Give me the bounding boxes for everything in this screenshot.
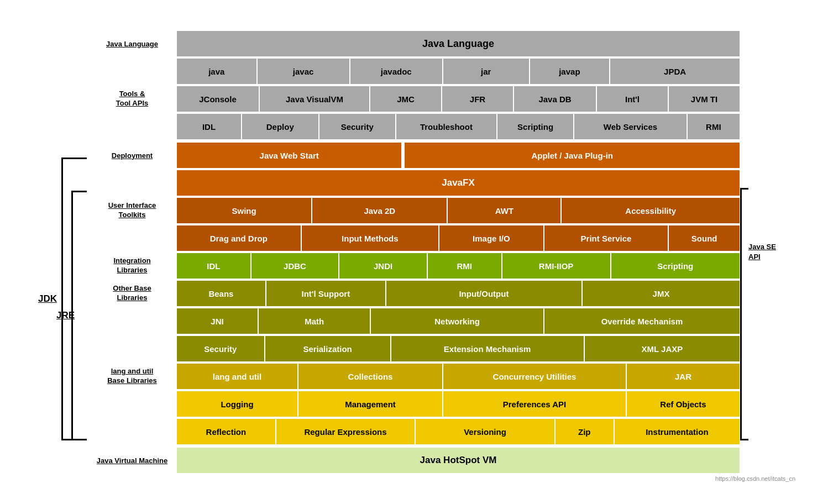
jvm-row: Java Virtual Machine Java HotSpot VM bbox=[88, 447, 740, 474]
lang-row3-content: Reflection Regular Expressions Versionin… bbox=[176, 418, 740, 445]
cell-jni: JNI bbox=[176, 308, 258, 334]
other-label: Other BaseLibraries bbox=[88, 280, 176, 307]
lang-row3: Reflection Regular Expressions Versionin… bbox=[88, 418, 740, 445]
cell-langutil: lang and util bbox=[176, 363, 298, 390]
tools-row2: Tools &Tool APIs JConsole Java VisualVM … bbox=[88, 86, 740, 112]
cell-logging: Logging bbox=[176, 391, 298, 417]
cell-preferences: Preferences API bbox=[443, 391, 626, 417]
cell-webservices: Web Services bbox=[574, 113, 686, 140]
cell-beans: Beans bbox=[176, 280, 266, 307]
tools-row3-label bbox=[88, 113, 176, 140]
java-se-api-bracket-bottom bbox=[742, 439, 748, 440]
cell-jmx: JMX bbox=[582, 280, 740, 307]
deployment-label-text: Deployment bbox=[112, 151, 153, 160]
cell-instrumentation: Instrumentation bbox=[614, 418, 740, 445]
cell-security-tools: Security bbox=[319, 113, 396, 140]
java-se-api-label: Java SEAPI bbox=[748, 242, 776, 262]
tools-tool-apis-text: Tools &Tool APIs bbox=[116, 90, 149, 108]
javafx-row: JavaFX bbox=[88, 170, 740, 196]
ui-row2-label-empty bbox=[88, 225, 176, 251]
other-label-text: Other BaseLibraries bbox=[113, 284, 151, 303]
cell-management: Management bbox=[298, 391, 443, 417]
other-row2-label-empty bbox=[88, 308, 176, 334]
jre-label: JRE bbox=[56, 310, 75, 321]
java-language-row: Java Language Java Language bbox=[88, 30, 740, 57]
jvm-content: Java HotSpot VM bbox=[176, 447, 740, 474]
cell-concurrency: Concurrency Utilities bbox=[443, 363, 626, 390]
integration-label: IntegrationLibraries bbox=[88, 253, 176, 279]
ui-row1: User InterfaceToolkits Swing Java 2D AWT… bbox=[88, 197, 740, 224]
watermark: https://blog.csdn.net/itcats_cn bbox=[715, 475, 795, 482]
java-language-content: Java Language bbox=[176, 30, 740, 57]
cell-javadoc: javadoc bbox=[350, 58, 443, 85]
cell-swing: Swing bbox=[176, 197, 312, 224]
cell-javap: javap bbox=[530, 58, 610, 85]
lang-row2-content: Logging Management Preferences API Ref O… bbox=[176, 391, 740, 417]
other-row3-content: Security Serialization Extension Mechani… bbox=[176, 335, 740, 362]
cell-reflection: Reflection bbox=[176, 418, 276, 445]
cell-math: Math bbox=[258, 308, 370, 334]
tools-row3: IDL Deploy Security Troubleshoot Scripti… bbox=[88, 113, 740, 140]
other-row2: JNI Math Networking Override Mechanism bbox=[88, 308, 740, 334]
cell-java2d: Java 2D bbox=[312, 197, 447, 224]
cell-javafx: JavaFX bbox=[176, 170, 740, 196]
cell-override: Override Mechanism bbox=[544, 308, 740, 334]
deployment-row: Deployment Java Web Start Applet / Java … bbox=[88, 142, 740, 169]
lang-row1-content: lang and util Collections Concurrency Ut… bbox=[176, 363, 740, 390]
tools-tool-apis-label: Tools &Tool APIs bbox=[88, 86, 176, 112]
cell-regex: Regular Expressions bbox=[276, 418, 416, 445]
diagram: Java Language Java Language java javac j… bbox=[88, 30, 740, 474]
cell-printservice: Print Service bbox=[544, 225, 669, 251]
integration-content: IDL JDBC JNDI RMI RMI-IIOP Scripting bbox=[176, 253, 740, 279]
java-se-api-bracket-top bbox=[742, 188, 748, 190]
javafx-label-empty bbox=[88, 170, 176, 196]
cell-intlsupport: Int'l Support bbox=[266, 280, 386, 307]
java-language-label: Java Language bbox=[88, 30, 176, 57]
cell-visualvm: Java VisualVM bbox=[259, 86, 370, 112]
tools-label bbox=[88, 58, 176, 85]
ui-row2-content: Drag and Drop Input Methods Image I/O Pr… bbox=[176, 225, 740, 251]
java-se-api-area: Java SEAPI bbox=[740, 30, 790, 474]
main-container: JDK JRE Java Language Java Language bbox=[27, 19, 801, 485]
cell-scripting-int: Scripting bbox=[611, 253, 740, 279]
ui-toolkits-label: User InterfaceToolkits bbox=[88, 197, 176, 224]
cell-rmi-tools: RMI bbox=[687, 113, 740, 140]
cell-javadb: Java DB bbox=[513, 86, 596, 112]
ui-row2: Drag and Drop Input Methods Image I/O Pr… bbox=[88, 225, 740, 251]
lang-row3-label-empty bbox=[88, 418, 176, 445]
java-se-api-bracket-line bbox=[740, 188, 742, 440]
tools-row2-content: JConsole Java VisualVM JMC JFR Java DB I… bbox=[176, 86, 740, 112]
cell-xmljaxp: XML JAXP bbox=[584, 335, 740, 362]
cell-applet: Applet / Java Plug-in bbox=[404, 142, 740, 169]
jvm-label-text: Java Virtual Machine bbox=[97, 456, 167, 465]
cell-extension: Extension Mechanism bbox=[391, 335, 584, 362]
cell-rmiiiop: RMI-IIOP bbox=[502, 253, 611, 279]
cell-webstart: Java Web Start bbox=[176, 142, 402, 169]
integration-label-text: IntegrationLibraries bbox=[113, 256, 150, 275]
cell-jmc: JMC bbox=[370, 86, 442, 112]
cell-jconsole: JConsole bbox=[176, 86, 259, 112]
cell-security: Security bbox=[176, 335, 265, 362]
cell-draganddrop: Drag and Drop bbox=[176, 225, 301, 251]
cell-accessibility: Accessibility bbox=[561, 197, 740, 224]
cell-jar: jar bbox=[443, 58, 530, 85]
cell-refobjects: Ref Objects bbox=[626, 391, 740, 417]
cell-deploy: Deploy bbox=[242, 113, 319, 140]
ui-toolkits-label-text: User InterfaceToolkits bbox=[108, 201, 156, 220]
other-row2-content: JNI Math Networking Override Mechanism bbox=[176, 308, 740, 334]
cell-versioning: Versioning bbox=[415, 418, 555, 445]
cell-rmi-int: RMI bbox=[427, 253, 502, 279]
cell-jdbc: JDBC bbox=[251, 253, 339, 279]
other-row1-content: Beans Int'l Support Input/Output JMX bbox=[176, 280, 740, 307]
cell-serialization: Serialization bbox=[265, 335, 391, 362]
cell-troubleshoot: Troubleshoot bbox=[396, 113, 497, 140]
jre-bracket: JRE bbox=[71, 191, 87, 440]
cell-zip: Zip bbox=[555, 418, 614, 445]
left-labels: JDK JRE bbox=[60, 30, 88, 474]
lang-label-text: lang and utilBase Libraries bbox=[107, 367, 157, 386]
cell-idl-tools: IDL bbox=[176, 113, 242, 140]
other-row1: Other BaseLibraries Beans Int'l Support … bbox=[88, 280, 740, 307]
cell-inputmethods: Input Methods bbox=[301, 225, 439, 251]
tools-row3-content: IDL Deploy Security Troubleshoot Scripti… bbox=[176, 113, 740, 140]
cell-collections: Collections bbox=[298, 363, 443, 390]
